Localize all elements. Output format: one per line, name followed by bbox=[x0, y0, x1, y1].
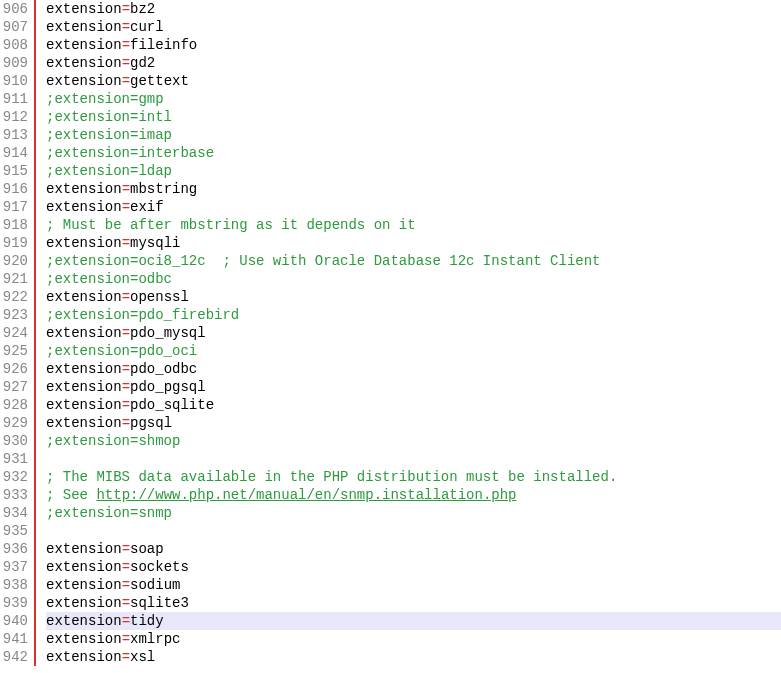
code-line: extension=xmlrpc bbox=[46, 630, 781, 648]
code-editor: 9069079089099109119129139149159169179189… bbox=[0, 0, 781, 666]
code-line: extension=exif bbox=[46, 198, 781, 216]
line-number: 939 bbox=[2, 594, 28, 612]
code-line: extension=fileinfo bbox=[46, 36, 781, 54]
line-number: 930 bbox=[2, 432, 28, 450]
line-number: 925 bbox=[2, 342, 28, 360]
code-line: extension=pgsql bbox=[46, 414, 781, 432]
code-line: extension=pdo_odbc bbox=[46, 360, 781, 378]
code-line: ;extension=snmp bbox=[46, 504, 781, 522]
line-number: 929 bbox=[2, 414, 28, 432]
code-line: ;extension=interbase bbox=[46, 144, 781, 162]
line-number: 913 bbox=[2, 126, 28, 144]
line-number: 934 bbox=[2, 504, 28, 522]
line-number: 918 bbox=[2, 216, 28, 234]
code-line: ;extension=shmop bbox=[46, 432, 781, 450]
code-line: extension=tidy bbox=[46, 612, 781, 630]
code-line: ;extension=pdo_oci bbox=[46, 342, 781, 360]
code-line: extension=sodium bbox=[46, 576, 781, 594]
line-number: 931 bbox=[2, 450, 28, 468]
code-line: extension=xsl bbox=[46, 648, 781, 666]
line-number: 938 bbox=[2, 576, 28, 594]
line-number: 917 bbox=[2, 198, 28, 216]
line-number: 921 bbox=[2, 270, 28, 288]
code-line: extension=curl bbox=[46, 18, 781, 36]
code-line: ;extension=oci8_12c ; Use with Oracle Da… bbox=[46, 252, 781, 270]
line-number: 932 bbox=[2, 468, 28, 486]
line-number: 914 bbox=[2, 144, 28, 162]
code-line: ;extension=odbc bbox=[46, 270, 781, 288]
code-content[interactable]: extension=bz2extension=curlextension=fil… bbox=[36, 0, 781, 666]
line-number: 910 bbox=[2, 72, 28, 90]
line-number: 919 bbox=[2, 234, 28, 252]
doc-link[interactable]: http://www.php.net/manual/en/snmp.instal… bbox=[96, 487, 516, 503]
line-number: 933 bbox=[2, 486, 28, 504]
line-number: 941 bbox=[2, 630, 28, 648]
code-line: ;extension=pdo_firebird bbox=[46, 306, 781, 324]
code-line: extension=sockets bbox=[46, 558, 781, 576]
code-line: extension=bz2 bbox=[46, 0, 781, 18]
code-line: extension=gd2 bbox=[46, 54, 781, 72]
code-line: ;extension=imap bbox=[46, 126, 781, 144]
code-line: ; Must be after mbstring as it depends o… bbox=[46, 216, 781, 234]
line-number: 936 bbox=[2, 540, 28, 558]
line-number: 922 bbox=[2, 288, 28, 306]
code-line: extension=mysqli bbox=[46, 234, 781, 252]
line-number: 915 bbox=[2, 162, 28, 180]
code-line: extension=sqlite3 bbox=[46, 594, 781, 612]
code-line: extension=pdo_sqlite bbox=[46, 396, 781, 414]
code-line: ;extension=ldap bbox=[46, 162, 781, 180]
line-number: 942 bbox=[2, 648, 28, 666]
code-line: extension=openssl bbox=[46, 288, 781, 306]
line-number: 926 bbox=[2, 360, 28, 378]
line-number: 937 bbox=[2, 558, 28, 576]
code-line: extension=gettext bbox=[46, 72, 781, 90]
code-line: extension=pdo_mysql bbox=[46, 324, 781, 342]
line-number: 912 bbox=[2, 108, 28, 126]
code-line: ;extension=intl bbox=[46, 108, 781, 126]
code-line bbox=[46, 450, 781, 468]
code-line: extension=pdo_pgsql bbox=[46, 378, 781, 396]
line-number: 924 bbox=[2, 324, 28, 342]
code-line: ; The MIBS data available in the PHP dis… bbox=[46, 468, 781, 486]
line-number: 906 bbox=[2, 0, 28, 18]
line-number: 935 bbox=[2, 522, 28, 540]
watermark-text: www.toymoban.com 网络图片仅供展示，非存储，如有侵权请联系删除。 bbox=[0, 666, 781, 673]
line-number: 909 bbox=[2, 54, 28, 72]
line-number: 911 bbox=[2, 90, 28, 108]
line-number: 923 bbox=[2, 306, 28, 324]
line-number: 908 bbox=[2, 36, 28, 54]
code-line: ;extension=gmp bbox=[46, 90, 781, 108]
line-number-gutter: 9069079089099109119129139149159169179189… bbox=[0, 0, 36, 666]
code-line: extension=mbstring bbox=[46, 180, 781, 198]
code-line: extension=soap bbox=[46, 540, 781, 558]
line-number: 916 bbox=[2, 180, 28, 198]
code-line: ; See http://www.php.net/manual/en/snmp.… bbox=[46, 486, 781, 504]
line-number: 940 bbox=[2, 612, 28, 630]
line-number: 927 bbox=[2, 378, 28, 396]
line-number: 928 bbox=[2, 396, 28, 414]
code-line bbox=[46, 522, 781, 540]
line-number: 920 bbox=[2, 252, 28, 270]
line-number: 907 bbox=[2, 18, 28, 36]
